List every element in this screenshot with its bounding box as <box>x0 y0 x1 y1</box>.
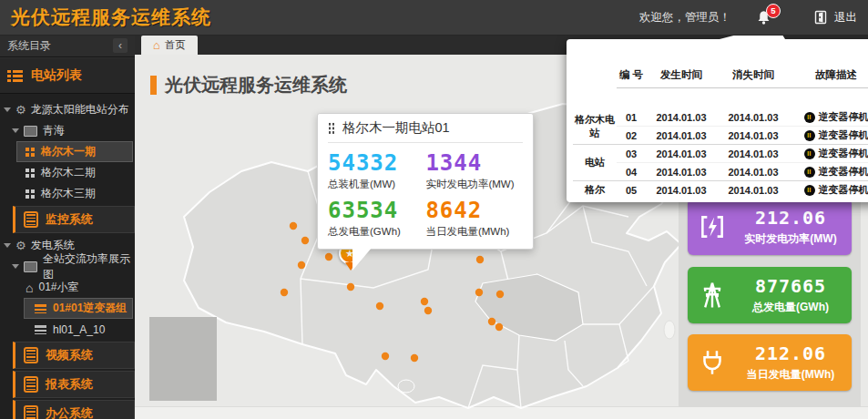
squares-icon <box>26 189 35 199</box>
tree-expand-icon[interactable] <box>12 264 19 269</box>
alerts-cell[interactable]: 02 <box>617 127 646 145</box>
stat-label: 总发电量(GWh) <box>328 225 409 239</box>
alerts-cell[interactable]: 2014.01.03 <box>717 145 790 163</box>
station-dot[interactable] <box>496 291 504 298</box>
sidebar-item-monitor-system[interactable]: 监控系统 <box>13 206 135 233</box>
station-popup-header[interactable]: 格尔木一期电站01 <box>328 114 523 143</box>
alerts-fault-cell[interactable]: II逆变器停机 <box>790 108 868 127</box>
welcome-text: 欢迎您，管理员！ <box>639 10 730 26</box>
notifications-button[interactable]: 5 <box>756 10 771 26</box>
alerts-group-label: 电站 <box>573 145 617 181</box>
alerts-header-cell: 故障描述 <box>790 62 868 88</box>
alerts-fault-cell[interactable]: II逆变器停机 <box>790 181 868 199</box>
stat-installed: 54332 总装机量(MW) <box>328 152 409 191</box>
sidebar-item-label: 办公系统 <box>46 405 93 419</box>
tree-expand-icon[interactable] <box>4 107 11 112</box>
stat-label: 总装机量(MW) <box>328 178 409 191</box>
tree-expand-icon[interactable] <box>12 128 19 133</box>
station-dot[interactable] <box>298 261 305 269</box>
alerts-fault-cell[interactable]: II逆变器停机 <box>790 145 868 163</box>
alerts-cell[interactable]: 04 <box>617 163 646 181</box>
sidebar-item-hl01[interactable]: hl01_A_10 <box>0 319 135 340</box>
app-title: 光伏远程服务运维系统 <box>11 5 211 30</box>
stat-value: 1344 <box>425 152 523 174</box>
tree-expand-icon[interactable] <box>4 243 11 248</box>
station-dot[interactable] <box>495 323 503 331</box>
main-area: ⌂ 首页 光伏远程服务运维系统 <box>135 35 868 419</box>
sidebar-item-geermu-3[interactable]: 格尔木三期 <box>0 183 135 204</box>
card-label: 总发电量(GWh) <box>752 300 829 315</box>
station-dot[interactable] <box>290 222 297 230</box>
alerts-cell[interactable]: 2014.01.03 <box>646 127 717 145</box>
inverter-icon <box>35 304 46 313</box>
sidebar-item-label: 01#01逆变器组 <box>53 301 127 316</box>
station-dot[interactable] <box>347 283 354 291</box>
station-dot[interactable] <box>281 289 288 296</box>
sidebar-header: 系统目录 ‹ <box>0 35 135 57</box>
panel-icon <box>24 126 37 137</box>
home-icon: ⌂ <box>153 39 160 51</box>
alerts-cell[interactable]: 2014.01.03 <box>646 163 717 181</box>
sidebar-item-report-system[interactable]: 报表系统 <box>13 371 135 398</box>
station-dot[interactable] <box>424 307 432 314</box>
sidebar-item-qinghai[interactable]: 青海 <box>0 120 135 141</box>
drag-handle-icon[interactable] <box>328 122 335 135</box>
alerts-cell[interactable]: 2014.01.03 <box>717 127 790 145</box>
sidebar-item-distribution[interactable]: ⚙ 龙源太阳能电站分布 <box>0 99 135 120</box>
sidebar-item-label: 格尔木三期 <box>41 186 96 201</box>
alerts-cell[interactable]: 2014.01.03 <box>646 181 717 199</box>
sidebar-item-video-system[interactable]: 视频系统 <box>13 342 135 369</box>
alerts-header-cell: 编 号 <box>617 62 646 88</box>
card-total-energy[interactable]: 877665 总发电量(GWh) <box>688 267 852 323</box>
alerts-cell[interactable]: 2014.01.03 <box>646 145 717 163</box>
sidebar-item-label: 格尔木一期 <box>41 144 96 159</box>
alerts-cell[interactable]: 2014.01.03 <box>717 108 790 127</box>
station-dot[interactable] <box>421 298 428 305</box>
sidebar-item-station-list[interactable]: 电站列表 <box>0 57 135 94</box>
hainan-island <box>398 380 414 393</box>
station-dot[interactable] <box>475 289 483 296</box>
gear-icon: ⚙ <box>15 104 26 116</box>
stat-value: 54332 <box>328 152 409 174</box>
card-value: 877665 <box>755 275 826 297</box>
panel-icon <box>24 261 37 272</box>
sidebar-item-ac-power-chart[interactable]: 全站交流功率展示图 <box>0 256 135 277</box>
station-dot[interactable] <box>476 256 484 263</box>
station-dot[interactable] <box>325 253 332 261</box>
station-dot[interactable] <box>382 353 389 360</box>
alerts-cell[interactable]: 05 <box>617 181 646 199</box>
alerts-cell[interactable]: 03 <box>617 145 646 163</box>
inverter-icon <box>35 325 46 334</box>
logout-label: 退出 <box>834 10 857 26</box>
alerts-cell[interactable]: 2014.01.03 <box>646 108 717 127</box>
station-dot[interactable] <box>488 318 495 325</box>
station-dot[interactable] <box>301 237 309 244</box>
app-header: 光伏远程服务运维系统 欢迎您，管理员！ 5 退出 <box>0 0 868 35</box>
sidebar-item-geermu-2[interactable]: 格尔木二期 <box>0 162 135 183</box>
alerts-cell[interactable]: 01 <box>617 108 646 127</box>
alerts-fault-cell[interactable]: II逆变器停机 <box>790 163 868 181</box>
sidebar-item-label: 格尔木二期 <box>41 165 96 180</box>
card-daily-energy[interactable]: 212.06 当日发电量(MWh) <box>688 334 852 391</box>
alerts-cell[interactable]: 2014.01.03 <box>717 181 790 199</box>
alerts-fault-cell[interactable]: II逆变器停机 <box>790 127 868 145</box>
alerts-cell[interactable]: 2014.01.03 <box>717 163 790 181</box>
stat-daily-energy: 8642 当日发电量(MWh) <box>425 199 523 239</box>
sidebar-item-label: hl01_A_10 <box>53 323 105 336</box>
sidebar-item-label: 报表系统 <box>46 376 93 393</box>
sidebar-item-geermu-1[interactable]: 格尔木一期 <box>16 141 133 162</box>
station-dot[interactable] <box>376 302 383 310</box>
taiwan-island <box>664 321 675 339</box>
sidebar-collapse-button[interactable]: ‹ <box>113 38 128 53</box>
sidebar-item-inverter-group[interactable]: 01#01逆变器组 <box>24 298 133 319</box>
squares-icon <box>26 148 35 157</box>
fault-pause-icon: II <box>804 167 815 178</box>
tab-home[interactable]: ⌂ 首页 <box>141 36 198 55</box>
card-realtime-power[interactable]: 212.06 实时发电功率(MW) <box>688 199 852 255</box>
logout-button[interactable]: 退出 <box>813 10 857 26</box>
list-icon <box>7 70 23 82</box>
sidebar-item-office-system[interactable]: 办公系统 <box>13 400 135 419</box>
station-dot[interactable] <box>411 354 418 362</box>
clipboard-icon <box>24 376 38 393</box>
clipboard-icon <box>24 347 38 363</box>
